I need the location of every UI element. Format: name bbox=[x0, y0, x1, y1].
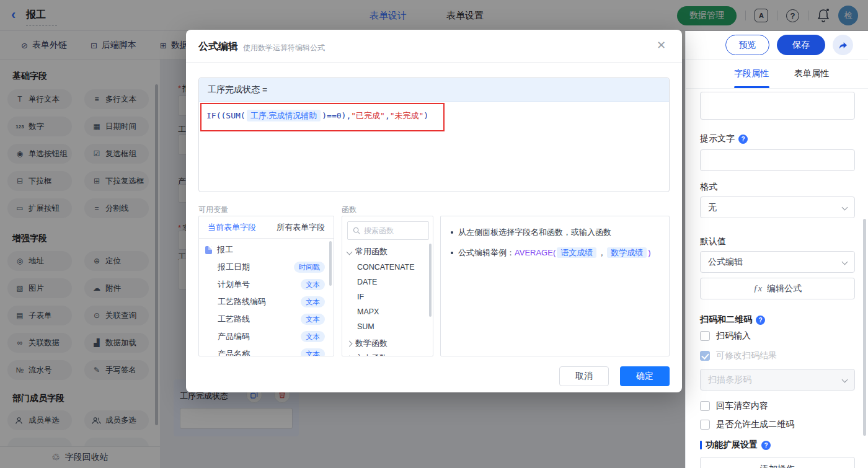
variables-tabs: 当前表单字段 所有表单字段 bbox=[199, 216, 334, 239]
chevron-down-icon bbox=[842, 377, 848, 383]
functions-panel: 常用函数 CONCATENATE DATE IF MAPX SUM 数学函数 文… bbox=[342, 216, 433, 356]
function-item-mapx[interactable]: MAPX bbox=[357, 307, 379, 316]
example-token: 语文成绩 bbox=[557, 247, 596, 258]
format-label: 格式 bbox=[700, 182, 717, 193]
share-arrow-icon bbox=[838, 40, 848, 50]
checkbox-scan-input[interactable]: 扫码输入 bbox=[700, 330, 751, 342]
variables-panel: 当前表单字段 所有表单字段 报工 报工日期时间戳 计划单号文本 工艺路线编码文本… bbox=[198, 216, 334, 356]
tab-all-form-fields[interactable]: 所有表单字段 bbox=[277, 222, 325, 233]
example-function: AVERAGE( bbox=[515, 248, 556, 257]
checkbox-icon bbox=[700, 420, 710, 430]
property-tabs: 字段属性 表单属性 bbox=[686, 60, 868, 89]
close-icon[interactable]: ✕ bbox=[657, 38, 666, 52]
preview-button[interactable]: 预览 bbox=[725, 35, 769, 55]
tab-underline bbox=[734, 86, 769, 88]
variable-row[interactable]: 产品编码文本 bbox=[199, 328, 334, 345]
help-icon[interactable]: ? bbox=[761, 441, 771, 450]
hint-text-label: 提示文字? bbox=[700, 133, 748, 144]
scan-section-title: 扫码和二维码? bbox=[700, 314, 765, 325]
function-group-text[interactable]: 文本函数 bbox=[347, 353, 388, 356]
equals-sign: = bbox=[262, 85, 267, 95]
checkbox-icon bbox=[700, 401, 710, 411]
variable-row[interactable]: 计划单号文本 bbox=[199, 276, 334, 293]
formula-editor-box: 工序完成状态 = IF((SUM(工序.完成情况辅助)==0),"已完成","未… bbox=[198, 77, 670, 192]
help-icon[interactable]: ? bbox=[738, 135, 748, 144]
default-value-label: 默认值 bbox=[700, 236, 726, 247]
functions-scrollbar[interactable] bbox=[429, 244, 432, 317]
app-screen: ‹ 报工 表单设计 表单设置 数据管理 A ? 检 ⊘ 表单外链 bbox=[0, 0, 868, 468]
type-badge: 文本 bbox=[301, 348, 325, 356]
chevron-down-icon bbox=[842, 259, 848, 265]
chevron-right-icon bbox=[347, 355, 353, 356]
modal-overlay-top bbox=[0, 0, 868, 31]
checkbox-modify-scan-result[interactable]: 可修改扫码结果 bbox=[700, 350, 777, 361]
format-select[interactable]: 无 bbox=[700, 196, 855, 218]
add-action-button[interactable]: 添加操作 bbox=[700, 457, 855, 468]
bullet-icon bbox=[451, 252, 453, 254]
function-group-math[interactable]: 数学函数 bbox=[347, 338, 388, 349]
search-icon bbox=[353, 227, 360, 234]
function-item-sum[interactable]: SUM bbox=[357, 322, 374, 331]
variable-row[interactable]: 工艺路线文本 bbox=[199, 311, 334, 328]
field-properties-panel: 提示文字? 格式 无 默认值 公式编辑 ƒx编辑公式 扫码和二维码? 扫码输入 … bbox=[686, 89, 868, 468]
function-search-input[interactable] bbox=[364, 226, 420, 235]
formula-target-row: 工序完成状态 = bbox=[199, 78, 669, 102]
function-item-if[interactable]: IF bbox=[357, 293, 364, 301]
help-icon[interactable]: ? bbox=[756, 316, 765, 325]
formula-variable-token[interactable]: 工序.完成情况辅助 bbox=[247, 110, 321, 121]
chevron-right-icon bbox=[347, 340, 353, 347]
checkbox-icon bbox=[700, 331, 710, 341]
type-badge: 文本 bbox=[301, 296, 325, 307]
field-textarea[interactable] bbox=[700, 92, 855, 120]
form-actions: 预览 保存 bbox=[725, 35, 853, 55]
formula-expression[interactable]: IF((SUM(工序.完成情况辅助)==0),"已完成","未完成") bbox=[206, 110, 428, 121]
tab-current-form-fields[interactable]: 当前表单字段 bbox=[208, 222, 256, 233]
checkbox-clear-on-enter[interactable]: 回车清空内容 bbox=[700, 400, 768, 412]
function-search[interactable] bbox=[347, 221, 429, 240]
type-badge: 文本 bbox=[301, 331, 325, 342]
edit-formula-button[interactable]: ƒx编辑公式 bbox=[700, 278, 855, 299]
variable-row[interactable]: 产品名称文本 bbox=[199, 345, 334, 356]
type-badge: 文本 bbox=[301, 279, 325, 290]
bullet-icon bbox=[451, 231, 453, 234]
extension-section-title: 功能扩展设置? bbox=[700, 439, 771, 451]
form-doc-icon bbox=[205, 246, 212, 254]
cancel-button[interactable]: 取消 bbox=[559, 366, 609, 386]
share-button[interactable] bbox=[833, 35, 853, 55]
functions-label: 函数 bbox=[342, 205, 356, 215]
scan-type-select[interactable]: 扫描条形码 bbox=[700, 369, 855, 391]
checkbox-allow-qrcode[interactable]: 是否允许生成二维码 bbox=[700, 419, 794, 430]
modal-header-divider bbox=[186, 62, 682, 63]
modal-subtitle: 使用数学运算符编辑公式 bbox=[243, 43, 325, 53]
chevron-down-icon bbox=[842, 205, 848, 211]
variable-row[interactable]: 工艺路线编码文本 bbox=[199, 293, 334, 311]
checkbox-checked-icon bbox=[700, 351, 710, 361]
tab-form-properties[interactable]: 表单属性 bbox=[794, 68, 829, 79]
variables-label: 可用变量 bbox=[198, 205, 228, 215]
formula-editor-modal: 公式编辑 使用数学运算符编辑公式 ✕ 工序完成状态 = IF((SUM(工序.完… bbox=[186, 30, 682, 392]
variables-root[interactable]: 报工 bbox=[199, 241, 334, 258]
chevron-down-icon bbox=[347, 249, 353, 255]
confirm-button[interactable]: 确定 bbox=[620, 366, 670, 386]
save-button[interactable]: 保存 bbox=[777, 35, 825, 55]
tab-field-properties[interactable]: 字段属性 bbox=[734, 68, 769, 79]
hint-example-line: 公式编辑举例：AVERAGE(语文成绩，数学成绩) bbox=[451, 247, 659, 258]
hint-text-input[interactable] bbox=[700, 149, 855, 171]
example-token: 数学成绩 bbox=[607, 247, 647, 258]
variable-row[interactable]: 报工日期时间戳 bbox=[199, 258, 334, 276]
section-bar bbox=[700, 441, 702, 449]
formula-target-field: 工序完成状态 bbox=[208, 84, 260, 95]
modal-title: 公式编辑 bbox=[198, 40, 238, 53]
type-badge: 时间戳 bbox=[294, 262, 326, 273]
default-value-select[interactable]: 公式编辑 bbox=[700, 251, 855, 273]
function-item-concatenate[interactable]: CONCATENATE bbox=[357, 263, 415, 272]
function-group-common[interactable]: 常用函数 bbox=[347, 246, 388, 257]
fx-icon: ƒx bbox=[753, 283, 762, 294]
function-item-date[interactable]: DATE bbox=[357, 278, 377, 286]
type-badge: 文本 bbox=[301, 314, 325, 325]
panel-scrollbar[interactable] bbox=[863, 219, 866, 436]
hints-panel: 从左侧面板选择字段名和函数，或输入函数 公式编辑举例：AVERAGE(语文成绩，… bbox=[440, 216, 670, 356]
hint-line: 从左侧面板选择字段名和函数，或输入函数 bbox=[451, 226, 659, 238]
variables-scrollbar[interactable] bbox=[329, 241, 332, 286]
